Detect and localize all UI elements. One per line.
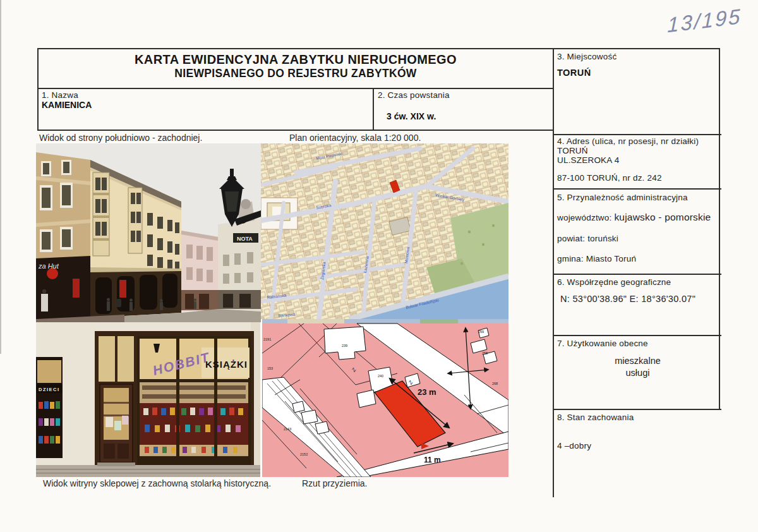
coords-text: N: 53°00'38.96" E: 18°36'30.07" — [560, 294, 695, 304]
parcel-number: 258 — [482, 351, 488, 355]
field-admin-label: 5. Przynależność administracyjna — [557, 193, 718, 202]
form-title-line2: NIEWPISANEGO DO REJESTRU ZABYTKÓW — [39, 67, 553, 80]
caption-ground-plan: Rzut przyziemia. — [302, 478, 367, 488]
divider — [554, 134, 721, 135]
field-address-line2: UL.SZEROKA 4 — [557, 155, 718, 165]
map-sliver — [262, 319, 508, 323]
trash-bin — [116, 299, 121, 307]
form-title-line1: KARTA EWIDENCYJNA ZABYTKU NIERUCHOMEGO — [39, 52, 553, 67]
voivodeship-label: województwo: — [557, 213, 611, 222]
voivodeship-value: kujawsko - pomorskie — [614, 212, 711, 222]
divider — [554, 409, 721, 410]
cadastral-map: 23 m 11 m 2191 153 239 240 2143 2152 258… — [262, 319, 508, 477]
dim-width-label: 11 m — [424, 456, 441, 464]
storefront: HOBBIT KSIĄŻKI — [95, 331, 254, 465]
caption-orientation-map: Plan orientacyjny, skala 1:20 000. — [289, 133, 421, 143]
parcel-number: 259 — [478, 330, 484, 334]
field-address-label: 4. Adres (ulica, nr posesji, nr działki) — [557, 136, 718, 146]
handwritten-number: 13/195 — [667, 4, 742, 38]
dzieci-sign: DZIECI — [39, 387, 60, 392]
commune-value: Miasto Toruń — [586, 254, 636, 263]
bay-window — [93, 172, 109, 256]
caption-shop-window: Widok witryny sklepowej z zachowną stola… — [43, 478, 271, 488]
field-name-value: KAMIENICA — [42, 100, 370, 110]
usage-value-2: usługi — [554, 367, 721, 379]
pizza-script-text: za Hut — [38, 262, 59, 270]
divider — [554, 274, 721, 275]
field-condition-label: 8. Stan zachowania — [557, 413, 718, 422]
field-admin-voivodeship: województwo: kujawsko - pomorskie — [557, 212, 718, 223]
field-name: 1. Nazwa KAMIENICA — [37, 89, 373, 131]
red-banner-sign — [119, 280, 126, 298]
field-date-label: 2. Czas powstania — [378, 90, 549, 100]
field-address-line3: 87-100 TORUŃ, nr dz. 242 — [557, 173, 718, 183]
field-locality-value: TORUŃ — [557, 68, 718, 78]
display-window: HOBBIT KSIĄŻKI — [137, 336, 251, 460]
field-admin-commune: gmina: Miasto Toruń — [557, 254, 718, 263]
nota-sign-text: NOTA — [237, 236, 253, 242]
parcel-number: 2191 — [263, 337, 271, 341]
county-value: toruński — [587, 234, 618, 243]
form-header: KARTA EWIDENCYJNA ZABYTKU NIERUCHOMEGO N… — [37, 48, 553, 89]
pink-building — [181, 231, 218, 311]
dim-depth-label: 23 m — [418, 387, 436, 397]
county-label: powiat: — [557, 234, 585, 243]
field-address-line1: TORUŃ — [557, 146, 718, 155]
scan-edge-artifact — [0, 0, 1, 354]
shop-photo: DZIECI — [36, 322, 260, 477]
divider — [554, 188, 721, 190]
parcel-number: 240 — [378, 374, 383, 378]
field-name-label: 1. Nazwa — [42, 90, 370, 100]
field-date-value: 3 ćw. XIX w. — [387, 111, 549, 121]
field-usage-values: mieszkalne usługi — [554, 355, 721, 379]
usage-value-1: mieszkalne — [554, 355, 721, 367]
shop-door — [100, 384, 133, 462]
parcel-number: 2143 — [284, 427, 291, 431]
neighbour-window: DZIECI — [36, 357, 63, 458]
caption-street-view: Widok od strony południowo - zachodniej. — [39, 133, 202, 143]
field-admin-county: powiat: toruński — [557, 234, 718, 243]
right-column-border — [719, 48, 720, 409]
ksiazki-sign: KSIĄŻKI — [205, 359, 248, 370]
divider — [554, 335, 721, 336]
field-locality-label: 3. Miejscowość — [557, 52, 718, 61]
field-date: 2. Czas powstania 3 ćw. XIX w. — [373, 89, 553, 131]
orientation-map: Szeroka Wielkie Garbary Most Pauliński Ż… — [261, 143, 508, 319]
field-coords-value: N: 53°00'38.96" E: 18°36'30.07" — [560, 293, 718, 305]
parcel-number: 268 — [492, 382, 498, 385]
parcel-number: 2152 — [300, 452, 308, 456]
field-coords-label: 6. Współrzędne geograficzne — [557, 277, 718, 287]
field-condition-value: 4 –dobry — [557, 441, 718, 450]
commune-label: gmina: — [557, 254, 584, 263]
right-column: 3. Miejscowość TORUŃ 4. Adres (ulica, nr… — [553, 48, 720, 497]
parcel-number: 153 — [267, 366, 273, 370]
street-photo: NOTA — [36, 143, 261, 322]
field-usage-label: 7. Użytkowanie obecne — [557, 339, 718, 348]
record-card-page: 13/195 KARTA EWIDENCYJNA ZABYTKU NIERUCH… — [0, 0, 758, 532]
parcel-number: 239 — [342, 344, 347, 348]
